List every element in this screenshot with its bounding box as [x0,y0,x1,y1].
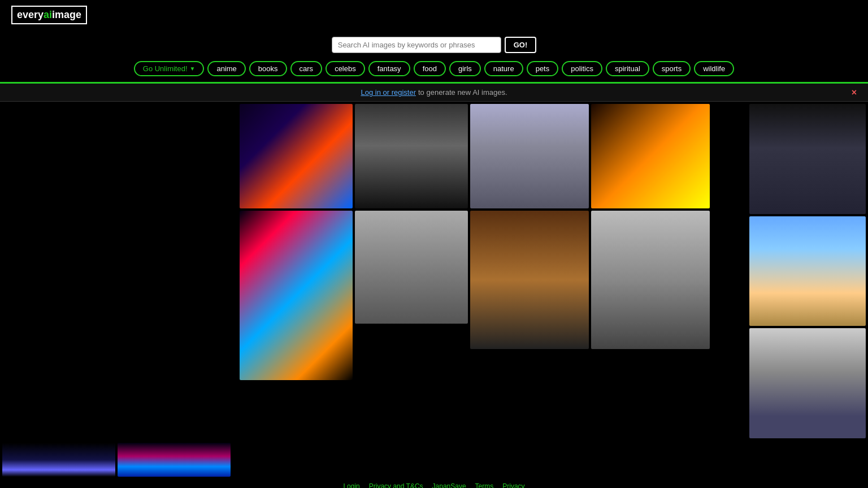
bottom-strip [0,441,868,479]
footer-privacy-terms[interactable]: Privacy and T&Cs [369,482,423,488]
banner-rest-text: to generate new AI images. [418,88,507,97]
image-ruins-flowers[interactable] [749,328,866,438]
image-dog-beach[interactable] [749,216,866,326]
logo[interactable]: everyaiimage [11,6,87,24]
go-button[interactable]: GO! [505,37,537,53]
nav-pets[interactable]: pets [527,61,559,76]
go-unlimited-button[interactable]: Go Unlimited! ▼ [134,61,205,76]
footer-japansave[interactable]: JapanSave [432,482,466,488]
banner-close-icon[interactable]: × [852,88,857,98]
header: everyaiimage [0,0,868,30]
left-sidebar [0,102,237,441]
footer-login[interactable]: Login [343,482,359,488]
nav-cars[interactable]: cars [290,61,323,76]
nav-sports[interactable]: sports [653,61,691,76]
image-horse-warrior[interactable] [355,211,468,324]
search-row: GO! [0,30,868,58]
footer-privacy[interactable]: Privacy [502,482,524,488]
login-banner: Log in or register to generate new AI im… [0,82,868,102]
nav-nature[interactable]: nature [484,61,523,76]
nav-girls[interactable]: girls [449,61,481,76]
dropdown-arrow-icon: ▼ [190,66,196,72]
nav-spiritual[interactable]: spiritual [606,61,649,76]
image-anime-girl[interactable] [749,104,866,214]
nav-politics[interactable]: politics [562,61,602,76]
nav-anime[interactable]: anime [207,61,245,76]
image-cyberpunk-city[interactable] [240,104,353,208]
login-register-link[interactable]: Log in or register [361,88,416,97]
image-neon-corridor[interactable] [240,211,353,380]
footer-terms[interactable]: Terms [475,482,494,488]
logo-text: everyaiimage [17,9,81,21]
image-sunlight-forest[interactable] [591,104,710,208]
image-aurora[interactable] [118,443,231,477]
right-column [749,102,868,441]
nav-row: Go Unlimited! ▼ anime books cars celebs … [0,58,868,82]
image-cheetah-warrior[interactable] [470,211,589,349]
image-mountain-figures[interactable] [355,104,468,208]
nav-fantasy[interactable]: fantasy [368,61,410,76]
footer: Login Privacy and T&Cs JapanSave Terms P… [0,479,868,488]
search-input[interactable] [332,37,501,53]
logo-every: every [17,9,44,20]
go-unlimited-label: Go Unlimited! [143,64,188,73]
logo-ai: ai [44,9,52,20]
image-lightning-bridge[interactable] [2,443,115,477]
image-goat-sculpture[interactable] [591,211,710,349]
nav-books[interactable]: books [249,61,287,76]
nav-celebs[interactable]: celebs [326,61,365,76]
image-water-village[interactable] [470,104,589,208]
logo-image: image [52,9,81,20]
main-layout [0,102,868,441]
nav-wildlife[interactable]: wildlife [694,61,734,76]
nav-food[interactable]: food [414,61,446,76]
